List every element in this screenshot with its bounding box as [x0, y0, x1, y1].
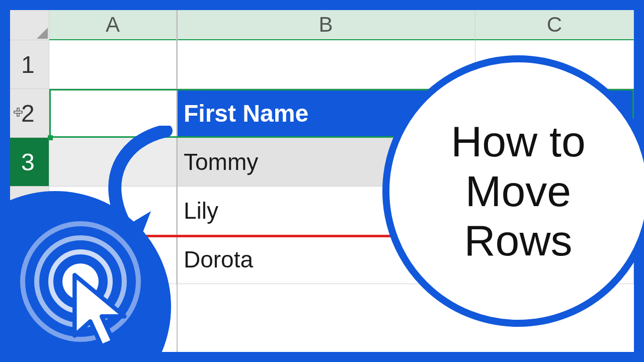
col-header-B[interactable]: B — [177, 10, 475, 40]
row-header-2[interactable]: 2 — [10, 89, 49, 138]
title-callout: How to Move Rows — [382, 55, 644, 327]
row-header-3[interactable]: 3 — [10, 138, 49, 187]
svg-marker-3 — [74, 275, 124, 346]
callout-line-3: Rows — [451, 216, 586, 265]
row-header-1[interactable]: 1 — [10, 40, 49, 89]
col-header-C[interactable]: C — [475, 10, 634, 40]
thumbnail-frame: A B C 1 2 First Name me 3 Tommy 4 Lily 5… — [0, 0, 644, 362]
cell-A2[interactable] — [49, 89, 177, 138]
cursor-arrow-icon — [65, 272, 141, 357]
cell-A1[interactable] — [49, 40, 177, 89]
callout-line-2: Move — [451, 166, 586, 216]
callout-line-1: How to — [451, 117, 586, 166]
select-all-corner[interactable] — [10, 10, 49, 40]
cell-B1[interactable] — [177, 40, 475, 89]
col-header-A[interactable]: A — [49, 10, 177, 40]
cell-A3[interactable] — [49, 138, 177, 187]
